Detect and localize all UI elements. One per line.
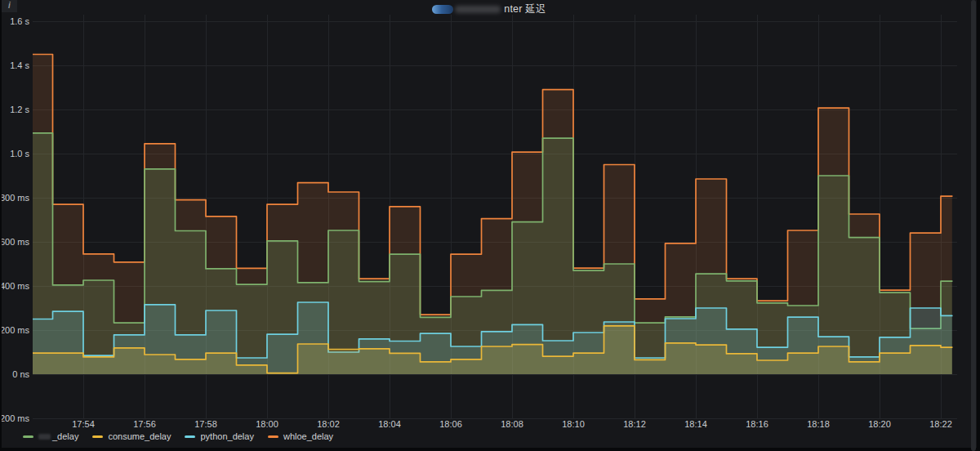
legend: _delayconsume_delaypython_delaywhloe_del… <box>23 431 333 441</box>
legend-item-python_delay[interactable]: python_delay <box>185 431 253 441</box>
legend-dash-redacted_delay <box>23 435 33 438</box>
svg-text:18:08: 18:08 <box>501 419 523 429</box>
timeseries-chart: 1.6 s1.4 s1.2 s1.0 s800 ms600 ms400 ms20… <box>2 0 977 448</box>
legend-item-whloe_delay[interactable]: whloe_delay <box>268 431 333 441</box>
svg-text:17:56: 17:56 <box>133 419 156 429</box>
svg-text:1.0 s: 1.0 s <box>10 149 29 159</box>
svg-text:17:54: 17:54 <box>72 419 95 429</box>
legend-label-consume_delay: consume_delay <box>108 431 171 441</box>
title-redaction-blob <box>432 5 453 14</box>
svg-text:1.2 s: 1.2 s <box>10 105 29 114</box>
svg-text:0 ns: 0 ns <box>12 369 29 379</box>
svg-text:200 ms: 200 ms <box>2 325 29 335</box>
svg-text:18:12: 18:12 <box>623 419 646 429</box>
svg-text:18:00: 18:00 <box>256 419 278 429</box>
svg-text:18:20: 18:20 <box>868 419 891 429</box>
legend-label-redaction <box>38 434 51 440</box>
svg-text:18:10: 18:10 <box>562 419 585 429</box>
svg-text:400 ms: 400 ms <box>2 281 29 291</box>
x-axis-labels: 17:5417:5617:5818:0018:0218:0418:0618:08… <box>72 419 952 429</box>
svg-text:18:02: 18:02 <box>317 419 340 429</box>
svg-text:800 ms: 800 ms <box>2 193 29 203</box>
panel-title: nter 延迟 <box>504 2 546 16</box>
svg-text:1.4 s: 1.4 s <box>10 60 29 70</box>
legend-dash-python_delay <box>185 435 195 438</box>
svg-text:18:18: 18:18 <box>807 419 830 429</box>
svg-text:600 ms: 600 ms <box>2 237 29 247</box>
svg-text:18:06: 18:06 <box>439 419 462 429</box>
svg-text:1.6 s: 1.6 s <box>10 16 29 26</box>
scrollbar[interactable] <box>971 0 976 451</box>
legend-label-whloe_delay: whloe_delay <box>283 431 333 441</box>
legend-item-redacted_delay[interactable]: _delay <box>23 431 78 441</box>
plot-area <box>33 55 952 375</box>
legend-label-python_delay: python_delay <box>200 431 253 441</box>
title-redaction-blur <box>455 6 501 13</box>
legend-dash-whloe_delay <box>268 435 278 438</box>
legend-item-consume_delay[interactable]: consume_delay <box>92 431 171 441</box>
svg-text:18:16: 18:16 <box>746 419 768 429</box>
svg-text:18:22: 18:22 <box>929 419 952 429</box>
svg-text:18:14: 18:14 <box>684 419 707 429</box>
svg-text:18:04: 18:04 <box>378 419 401 429</box>
y-axis-labels: 1.6 s1.4 s1.2 s1.0 s800 ms600 ms400 ms20… <box>2 16 29 423</box>
legend-label-redacted_delay: _delay <box>52 431 78 441</box>
svg-text:17:58: 17:58 <box>194 419 217 429</box>
legend-dash-consume_delay <box>92 435 103 438</box>
grafana-panel: i nter 延迟 1.6 s1.4 s1.2 s1.0 s800 ms600 … <box>2 0 977 448</box>
panel-header[interactable]: nter 延迟 <box>2 2 977 16</box>
svg-text:-200 ms: -200 ms <box>2 413 29 423</box>
